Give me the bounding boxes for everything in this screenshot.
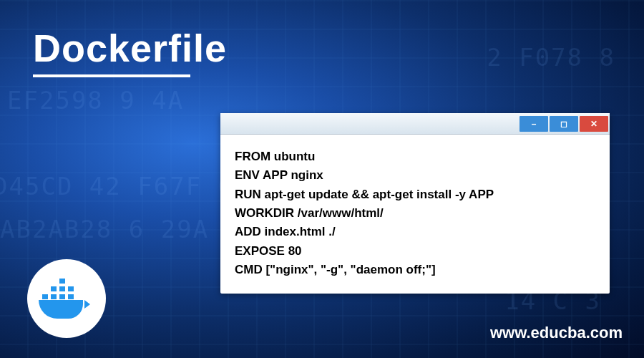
bg-digit-1: 2 F078 8: [487, 43, 615, 72]
title-underline: [33, 74, 190, 77]
docker-logo-icon: [39, 279, 94, 319]
code-line-3: RUN apt-get update && apt-get install -y…: [235, 185, 595, 204]
window-titlebar: – ◻ ✕: [220, 113, 610, 135]
code-line-1: FROM ubuntu: [235, 147, 595, 166]
code-line-4: WORKDIR /var/www/html/: [235, 204, 595, 223]
code-window: – ◻ ✕ FROM ubuntu ENV APP nginx RUN apt-…: [220, 113, 610, 294]
maximize-button[interactable]: ◻: [550, 116, 578, 132]
website-url: www.educba.com: [490, 324, 623, 342]
bg-digit-2: EF2598 9 4A: [7, 86, 184, 115]
docker-logo-badge: [27, 259, 106, 338]
close-button[interactable]: ✕: [580, 116, 608, 132]
bg-digit-4: AB2AB28 6 29A: [0, 215, 209, 243]
code-line-6: EXPOSE 80: [235, 242, 595, 261]
page-title: Dockerfile: [33, 26, 227, 70]
code-line-7: CMD ["nginx", "-g", "daemon off;"]: [235, 261, 595, 279]
code-line-2: ENV APP nginx: [235, 166, 595, 185]
bg-digit-3: D45CD 42 F67F 0: [0, 172, 234, 200]
code-content: FROM ubuntu ENV APP nginx RUN apt-get up…: [220, 135, 610, 294]
minimize-button[interactable]: –: [519, 116, 548, 132]
code-line-5: ADD index.html ./: [235, 223, 595, 241]
